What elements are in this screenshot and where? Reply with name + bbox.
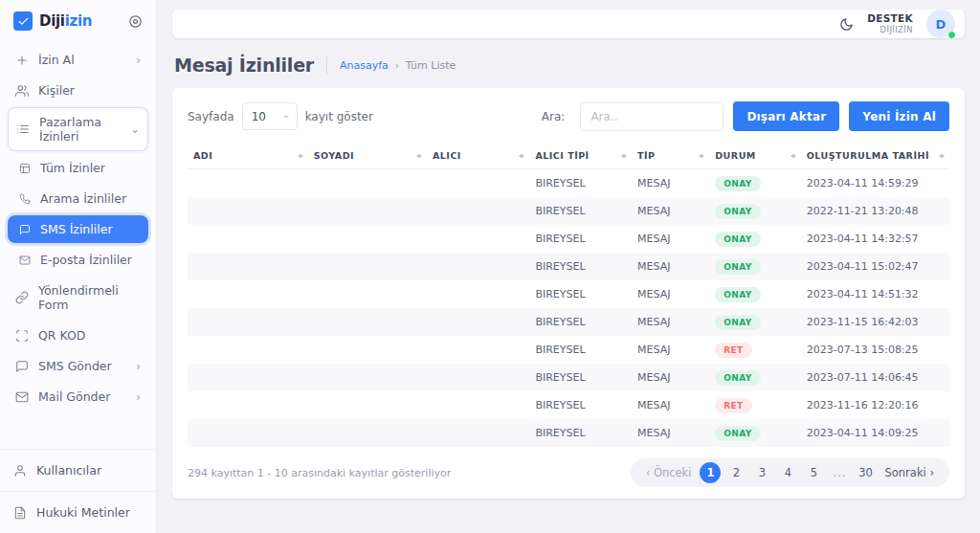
doc-icon [13, 506, 27, 520]
page-number[interactable]: 5 [803, 462, 824, 483]
table-row: BIREYSEL MESAJ ONAY 2023-04-11 15:02:47 [188, 253, 949, 280]
sidebar-item[interactable]: SMS Gönder › [8, 352, 148, 380]
search-input[interactable] [580, 102, 724, 131]
column-header[interactable]: DURUM [709, 143, 801, 169]
people-icon [15, 84, 29, 98]
column-header[interactable]: SOYADI [308, 143, 427, 169]
sidebar-item[interactable]: QR KOD [8, 322, 148, 349]
cell-tip: MESAJ [632, 197, 709, 225]
status-badge: RET [715, 343, 751, 358]
sidebar-bottom-item[interactable]: Kullanıcılar [0, 449, 156, 491]
sidebar-item-label: QR KOD [38, 328, 85, 343]
online-status-dot [947, 31, 956, 39]
sidebar-toggle-button[interactable] [128, 14, 143, 29]
cell-durum: ONAY [709, 253, 801, 280]
sidebar-subitem-label: E-posta İzinliler [40, 253, 132, 267]
column-header[interactable]: ADI [188, 143, 308, 169]
cell-alici-tipi: BIREYSEL [529, 253, 632, 280]
export-button[interactable]: Dışarı Aktar [733, 101, 839, 131]
table-row: BIREYSEL MESAJ ONAY 2023-04-11 14:59:29 [188, 169, 949, 198]
list-icon [16, 122, 30, 136]
cell-tarih: 2023-11-15 16:42:03 [801, 308, 949, 336]
cell-alici [427, 308, 529, 336]
avatar[interactable]: D [926, 10, 955, 38]
cell-tip: MESAJ [632, 419, 709, 447]
cell-tarih: 2023-04-11 14:32:57 [801, 225, 949, 253]
moon-icon [839, 17, 854, 32]
column-header[interactable]: TİP [632, 143, 709, 169]
column-header[interactable]: ALICI TİPİ [529, 143, 632, 169]
cell-tarih: 2023-04-11 14:51:32 [801, 280, 949, 308]
sidebar-item[interactable]: Mail Gönder › [8, 383, 148, 411]
breadcrumb-home-link[interactable]: Anasayfa [340, 59, 389, 72]
brand-logo[interactable] [13, 11, 33, 31]
cell-soyadi [308, 225, 427, 253]
new-permission-button[interactable]: Yeni İzin Al [849, 101, 949, 131]
dark-mode-toggle[interactable] [839, 17, 854, 32]
cell-tarih: 2023-04-11 15:02:47 [801, 253, 949, 280]
user-block: DESTEK DİJİIZİN [867, 12, 913, 35]
breadcrumb-current: Tüm Liste [406, 59, 456, 72]
sidebar-subitem[interactable]: Tüm İzinler [8, 154, 148, 182]
status-badge: ONAY [715, 370, 760, 386]
cell-soyadi [308, 308, 427, 336]
page-number[interactable]: 3 [751, 462, 772, 483]
cell-tip: MESAJ [632, 364, 709, 391]
cell-tip: MESAJ [632, 253, 709, 280]
cell-tarih: 2023-07-11 14:06:45 [801, 364, 949, 391]
pagination: ‹ Önceki 1 2 3 4 5 ... [631, 458, 949, 487]
sidebar-subitem[interactable]: Arama İzinliler [8, 185, 148, 212]
main-area: DESTEK DİJİIZİN D Mesaj İzinliler Anasay… [157, 0, 980, 533]
cell-adi [188, 336, 308, 364]
cell-alici-tipi: BIREYSEL [529, 197, 632, 225]
cell-alici-tipi: BIREYSEL [529, 364, 632, 391]
cell-tarih: 2023-04-11 14:59:29 [801, 169, 949, 198]
page-number[interactable]: 30 [855, 462, 876, 483]
brand-name[interactable]: Dijiizin [39, 12, 92, 30]
page-number[interactable]: 1 [700, 462, 721, 483]
sidebar-item-label: Mail Gönder [38, 389, 110, 404]
cell-adi [188, 280, 308, 308]
sidebar-subitem-label: Tüm İzinler [40, 161, 105, 175]
sidebar-group-pazarlama-izinleri[interactable]: Pazarlama İzinleri ⌄ [8, 107, 148, 151]
column-header[interactable]: OLUŞTURULMA TARİHİ [801, 143, 949, 169]
cell-soyadi [308, 169, 427, 198]
user-org: DİJİIZİN [867, 25, 913, 35]
page-number[interactable]: ... [829, 462, 850, 483]
table-header-row: ADI SOYADI ALICI [188, 143, 949, 169]
sidebar-subitem[interactable]: E-posta İzinliler [8, 246, 148, 274]
page-length-select[interactable]: 10 [242, 102, 298, 130]
cell-adi [188, 364, 308, 391]
sidebar-bottom-item[interactable]: Hukuki Metinler [0, 491, 156, 533]
previous-page-button[interactable]: ‹ Önceki [642, 466, 696, 479]
sidebar-item[interactable]: İzin Al › [8, 46, 148, 74]
chevron-down-icon: ⌄ [130, 123, 140, 135]
next-page-button[interactable]: Sonraki › [880, 466, 938, 479]
sidebar-subitem[interactable]: SMS İzinliler [8, 215, 148, 243]
table-row: BIREYSEL MESAJ ONAY 2022-11-21 13:20:48 [188, 197, 949, 225]
page-number[interactable]: 4 [777, 462, 798, 483]
cell-alici [427, 225, 529, 253]
table-controls: Sayfada 10 kayıt göster Ara: Dışarı Akta… [188, 101, 949, 131]
status-badge: ONAY [715, 259, 760, 275]
sidebar-item[interactable]: Kişiler [8, 77, 148, 104]
sidebar-item[interactable]: Yönlendirmeli Form [8, 277, 148, 319]
cell-durum: ONAY [709, 419, 801, 447]
table-row: BIREYSEL MESAJ ONAY 2023-07-11 14:06:45 [188, 364, 949, 391]
page-head: Mesaj İzinliler Anasayfa › Tüm Liste [174, 55, 963, 76]
column-header[interactable]: ALICI [427, 143, 529, 169]
sort-icon [939, 150, 945, 161]
cell-adi [188, 253, 308, 280]
link-icon [15, 291, 29, 304]
status-badge: ONAY [715, 315, 760, 330]
qr-icon [15, 329, 29, 343]
cell-adi [188, 197, 308, 225]
cell-soyadi [308, 197, 427, 225]
cell-alici [427, 253, 529, 280]
page-number[interactable]: 2 [725, 462, 746, 483]
mail-icon [19, 255, 31, 266]
cell-tarih: 2023-11-16 12:20:16 [801, 391, 949, 419]
sort-icon [791, 150, 796, 161]
cell-soyadi [308, 391, 427, 419]
cell-alici-tipi: BIREYSEL [529, 225, 632, 253]
